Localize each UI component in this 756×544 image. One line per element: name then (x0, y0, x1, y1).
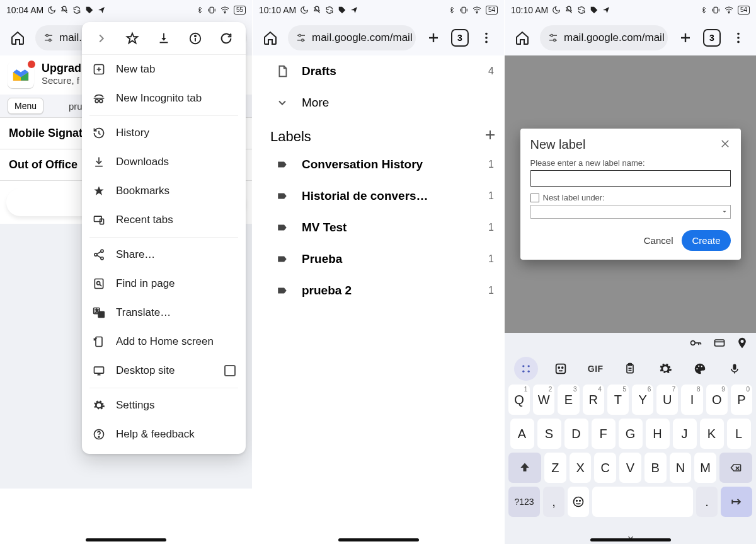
menu-item-share[interactable]: Share… (82, 240, 246, 269)
key-s[interactable]: S (537, 419, 561, 449)
menu-item-find[interactable]: Find in page (82, 269, 246, 298)
menu-button[interactable] (726, 25, 751, 50)
new-tab-button[interactable] (673, 25, 698, 50)
label-name-input[interactable] (530, 170, 731, 187)
menu-item-bookmarks[interactable]: Bookmarks (82, 177, 246, 205)
new-tab-button[interactable] (421, 25, 446, 50)
home-indicator[interactable] (86, 538, 166, 541)
key-emoji[interactable] (568, 487, 589, 517)
address-bar[interactable]: mail.google.com/mail (288, 25, 416, 50)
key-w[interactable]: W2 (533, 385, 554, 415)
svg-rect-66 (715, 340, 724, 346)
download-button[interactable] (151, 26, 176, 51)
forward-button[interactable] (89, 26, 114, 51)
key-q[interactable]: Q1 (508, 385, 530, 415)
label-item[interactable]: Prueba 1 (270, 243, 498, 275)
add-label-button[interactable] (483, 127, 498, 146)
key-n[interactable]: N (670, 453, 692, 483)
home-indicator[interactable] (338, 538, 419, 541)
desktop-checkbox[interactable] (224, 365, 236, 376)
key-t[interactable]: T5 (607, 385, 629, 415)
home-button[interactable] (5, 25, 30, 50)
key-m[interactable]: M (694, 453, 716, 483)
refresh-button[interactable] (214, 26, 239, 51)
folder-more[interactable]: More (270, 87, 498, 119)
home-button[interactable] (510, 25, 535, 50)
close-button[interactable] (719, 138, 731, 152)
key-d[interactable]: D (564, 419, 588, 449)
kb-apps-icon[interactable] (514, 357, 538, 381)
menu-item-add-home[interactable]: Add to Home screen (82, 327, 246, 356)
key-x[interactable]: X (570, 453, 592, 483)
key-r[interactable]: R4 (583, 385, 604, 415)
svg-point-41 (302, 39, 304, 41)
password-icon[interactable] (688, 337, 703, 352)
key-y[interactable]: Y6 (632, 385, 653, 415)
key-b[interactable]: B (644, 453, 667, 483)
key-u[interactable]: U7 (656, 385, 678, 415)
menu-item-recent-tabs[interactable]: Recent tabs (82, 205, 246, 234)
label-item[interactable]: prueba 2 1 (270, 275, 498, 306)
key-h[interactable]: H (646, 419, 670, 449)
label-item[interactable]: Historial de convers… 1 (270, 180, 498, 212)
kb-palette-icon[interactable] (688, 357, 712, 381)
address-bar[interactable]: mail.google.com/mail (540, 25, 668, 50)
phone-screen-3: 10:10 AM 54 mail.google.com/mail 3 (504, 0, 756, 544)
home-button[interactable] (258, 25, 283, 50)
label-item[interactable]: Conversation History 1 (270, 149, 498, 180)
home-indicator[interactable] (590, 538, 671, 541)
key-g[interactable]: G (619, 419, 643, 449)
key-p[interactable]: P0 (731, 385, 752, 415)
menu-item-history[interactable]: History (82, 119, 246, 148)
menu-button[interactable] (474, 25, 499, 50)
nest-checkbox[interactable] (530, 194, 539, 202)
menu-item-desktop[interactable]: Desktop site (82, 356, 246, 385)
tag-status-icon (590, 6, 598, 14)
menu-item-translate[interactable]: 文 Translate… (82, 298, 246, 327)
kb-settings-icon[interactable] (653, 357, 677, 381)
key-symbols[interactable]: ?123 (508, 487, 540, 517)
key-z[interactable]: Z (544, 453, 566, 483)
kb-clipboard-icon[interactable] (618, 357, 642, 381)
location-icon[interactable] (736, 336, 748, 352)
key-c[interactable]: C (594, 453, 616, 483)
kb-gif-icon[interactable]: GIF (583, 357, 607, 381)
menu-item-settings[interactable]: Settings (82, 391, 246, 420)
key-a[interactable]: A (510, 419, 534, 449)
key-j[interactable]: J (673, 419, 697, 449)
card-icon[interactable] (712, 337, 727, 352)
info-button[interactable] (183, 26, 208, 51)
keyboard-collapse[interactable] (505, 531, 756, 544)
key-k[interactable]: K (700, 419, 724, 449)
key-enter[interactable] (721, 487, 752, 517)
cancel-button[interactable]: Cancel (644, 235, 673, 246)
menu-chip[interactable]: Menu (8, 98, 43, 114)
key-period[interactable]: . (696, 487, 718, 517)
menu-item-help[interactable]: Help & feedback (82, 420, 246, 449)
tab-switcher[interactable]: 3 (451, 29, 469, 47)
key-backspace[interactable] (719, 453, 752, 483)
key-i[interactable]: I8 (681, 385, 702, 415)
svg-point-5 (49, 39, 51, 41)
tab-switcher[interactable]: 3 (703, 29, 721, 47)
bookmark-button[interactable] (120, 26, 145, 51)
folder-drafts[interactable]: Drafts 4 (270, 55, 498, 87)
svg-point-73 (558, 367, 559, 368)
kb-mic-icon[interactable] (723, 357, 747, 381)
create-button[interactable]: Create (682, 230, 730, 251)
label-item[interactable]: MV Test 1 (270, 212, 498, 243)
key-o[interactable]: O9 (706, 385, 728, 415)
key-e[interactable]: E3 (558, 385, 579, 415)
key-v[interactable]: V (619, 453, 641, 483)
key-space[interactable] (592, 487, 693, 517)
nest-select[interactable] (530, 205, 731, 219)
kb-sticker-icon[interactable] (549, 357, 573, 381)
key-l[interactable]: L (727, 419, 751, 449)
menu-item-incognito[interactable]: New Incognito tab (82, 84, 246, 113)
key-f[interactable]: F (592, 419, 616, 449)
menu-item-downloads[interactable]: Downloads (82, 148, 246, 177)
key-comma[interactable]: , (543, 487, 564, 517)
menu-item-new-tab[interactable]: New tab (82, 55, 246, 84)
key-shift[interactable] (508, 453, 541, 483)
svg-rect-72 (556, 364, 566, 374)
